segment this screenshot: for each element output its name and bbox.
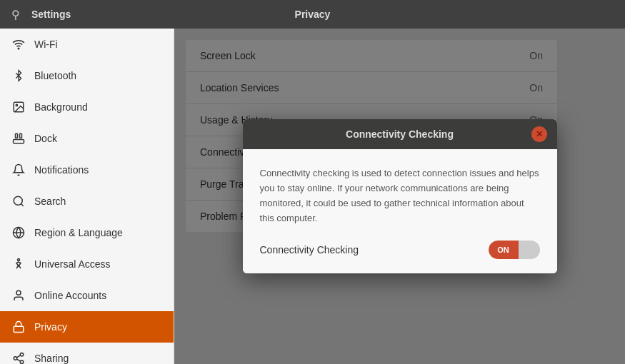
sidebar-item-privacy-label: Privacy xyxy=(34,321,67,333)
svg-point-0 xyxy=(18,48,19,49)
dock-icon xyxy=(11,131,26,146)
svg-point-14 xyxy=(14,357,17,360)
svg-point-10 xyxy=(18,259,20,261)
section-title: Privacy xyxy=(295,9,331,20)
sidebar-item-bluetooth[interactable]: Bluetooth xyxy=(0,60,174,91)
svg-point-15 xyxy=(20,360,24,364)
modal-overlay: Connectivity Checking ✕ Connectivity che… xyxy=(174,29,625,364)
search-sidebar-icon xyxy=(11,194,26,208)
modal-row-label: Connectivity Checking xyxy=(260,244,359,256)
sidebar-item-sharing-label: Sharing xyxy=(34,353,69,364)
toggle-on-label: ON xyxy=(489,241,519,259)
sidebar-item-region[interactable]: Region & Language xyxy=(0,217,174,248)
search-icon[interactable]: ⚲ xyxy=(11,8,20,21)
svg-rect-12 xyxy=(14,326,24,332)
bluetooth-icon xyxy=(11,69,26,83)
connectivity-modal: Connectivity Checking ✕ Connectivity che… xyxy=(243,119,557,273)
sidebar-item-universal-access-label: Universal Access xyxy=(34,258,111,270)
sidebar-item-dock[interactable]: Dock xyxy=(0,123,174,154)
svg-point-6 xyxy=(14,196,22,205)
sidebar-item-privacy[interactable]: Privacy xyxy=(0,311,174,343)
sidebar-item-search-label: Search xyxy=(34,196,66,207)
svg-line-7 xyxy=(21,203,23,206)
wifi-icon xyxy=(11,37,26,51)
content-area: Screen Lock On Location Services On Usag… xyxy=(174,29,625,364)
sidebar-item-online-accounts[interactable]: Online Accounts xyxy=(0,280,174,311)
svg-rect-3 xyxy=(14,140,24,143)
svg-line-16 xyxy=(16,359,20,361)
main-layout: Wi-Fi Bluetooth Background xyxy=(0,29,625,364)
sharing-icon xyxy=(11,351,26,364)
sidebar-item-region-label: Region & Language xyxy=(34,227,123,238)
background-icon xyxy=(11,100,26,114)
sidebar-item-dock-label: Dock xyxy=(34,133,57,144)
modal-title: Connectivity Checking xyxy=(269,128,531,140)
modal-body: Connectivity checking is used to detect … xyxy=(243,149,557,273)
sidebar-item-universal-access[interactable]: Universal Access xyxy=(0,248,174,280)
sidebar-item-wifi[interactable]: Wi-Fi xyxy=(0,29,174,60)
modal-titlebar: Connectivity Checking ✕ xyxy=(243,119,557,149)
sidebar-item-background-label: Background xyxy=(34,101,88,113)
topbar: ⚲ Settings Privacy xyxy=(0,0,625,29)
sidebar-item-search[interactable]: Search xyxy=(0,186,174,217)
svg-rect-4 xyxy=(16,133,18,138)
region-icon xyxy=(11,226,26,240)
toggle-thumb xyxy=(519,241,540,259)
close-icon: ✕ xyxy=(536,129,543,139)
svg-point-2 xyxy=(16,104,17,106)
svg-point-13 xyxy=(20,353,24,357)
modal-close-button[interactable]: ✕ xyxy=(531,126,547,142)
online-accounts-icon xyxy=(11,288,26,303)
sidebar-item-bluetooth-label: Bluetooth xyxy=(34,70,76,81)
sidebar-item-online-accounts-label: Online Accounts xyxy=(34,290,106,301)
modal-toggle-row: Connectivity Checking ON xyxy=(260,241,540,259)
svg-point-11 xyxy=(16,290,21,295)
svg-line-17 xyxy=(16,355,20,358)
sidebar-item-notifications[interactable]: Notifications xyxy=(0,154,174,186)
svg-rect-5 xyxy=(20,133,22,138)
sidebar: Wi-Fi Bluetooth Background xyxy=(0,29,174,364)
sidebar-item-wifi-label: Wi-Fi xyxy=(34,39,58,50)
privacy-icon xyxy=(11,320,26,334)
notifications-icon xyxy=(11,163,26,177)
sidebar-item-notifications-label: Notifications xyxy=(34,164,89,176)
connectivity-toggle[interactable]: ON xyxy=(489,241,540,259)
sidebar-item-sharing[interactable]: Sharing xyxy=(0,343,174,364)
universal-access-icon xyxy=(11,257,26,271)
sidebar-item-background[interactable]: Background xyxy=(0,91,174,123)
modal-description: Connectivity checking is used to detect … xyxy=(260,166,540,226)
